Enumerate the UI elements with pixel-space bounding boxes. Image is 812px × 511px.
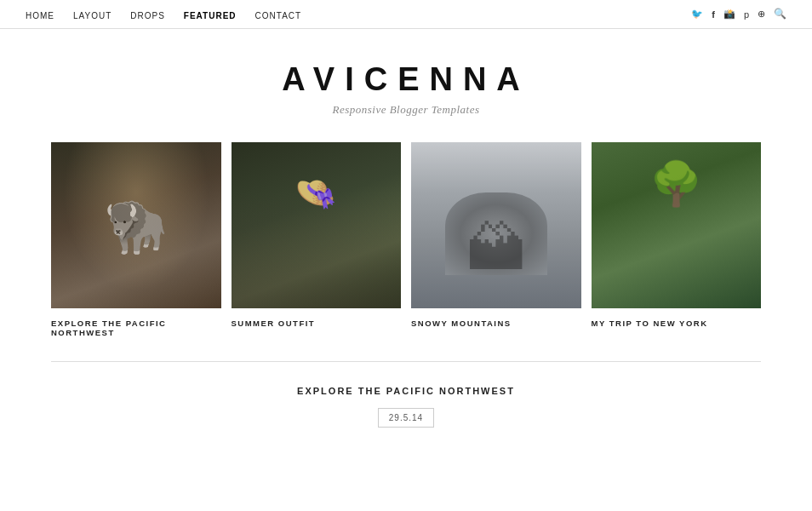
bottom-post-title: EXPLORE THE PACIFIC NORTHWEST [51,386,761,396]
img-person-overlay [232,192,402,309]
nav-link-layout[interactable]: LAYOUT [73,11,112,20]
facebook-icon[interactable]: f [712,9,715,20]
grid-item-4[interactable]: MY TRIP TO NEW YORK [592,142,762,341]
grid-caption-1: EXPLORE THE PACIFIC NORTHWEST [51,308,221,341]
bottom-section: EXPLORE THE PACIFIC NORTHWEST 29.5.14 [0,386,812,428]
grid-caption-3: SNOWY MOUNTAINS [411,308,581,331]
grid-image-2 [232,142,402,308]
date-badge: 29.5.14 [378,408,434,428]
grid-caption-4: MY TRIP TO NEW YORK [592,308,762,331]
grid-image-1 [51,142,221,308]
grid-item-1[interactable]: EXPLORE THE PACIFIC NORTHWEST [51,142,221,341]
nav-icons: 🐦 f 📸 p ⊕ 🔍 [691,8,786,20]
nav-item-layout[interactable]: LAYOUT [73,7,112,22]
nav-link-featured[interactable]: FEATURED [184,11,237,20]
section-divider [51,361,761,362]
search-icon[interactable]: 🔍 [774,8,786,20]
grid-image-3 [411,142,581,308]
pinterest-icon[interactable]: p [744,9,749,20]
grid-item-3[interactable]: SNOWY MOUNTAINS [411,142,581,341]
nav-item-drops[interactable]: DROPS [130,7,165,22]
twitter-icon[interactable]: 🐦 [691,9,703,20]
nav-links: HOME LAYOUT DROPS FEATURED CONTACT [26,7,301,22]
nav-link-contact[interactable]: CONTACT [255,11,302,20]
grid-caption-2: SUMMER OUTFIT [232,308,402,331]
nav-item-home[interactable]: HOME [26,7,54,22]
main-nav: HOME LAYOUT DROPS FEATURED CONTACT 🐦 f 📸… [0,0,812,29]
nav-link-drops[interactable]: DROPS [130,11,165,20]
nav-item-featured[interactable]: FEATURED [184,7,237,22]
grid-item-2[interactable]: SUMMER OUTFIT [232,142,402,341]
nav-item-contact[interactable]: CONTACT [255,7,302,22]
grid-image-4 [592,142,762,308]
site-subtitle: Responsive Blogger Templates [0,103,812,117]
nav-link-home[interactable]: HOME [26,11,54,20]
instagram-icon[interactable]: 📸 [723,9,735,20]
featured-grid: EXPLORE THE PACIFIC NORTHWEST SUMMER OUT… [0,142,812,341]
site-header: AVICENNA Responsive Blogger Templates [0,29,812,142]
site-title: AVICENNA [0,61,812,98]
rss-icon[interactable]: ⊕ [758,9,765,20]
